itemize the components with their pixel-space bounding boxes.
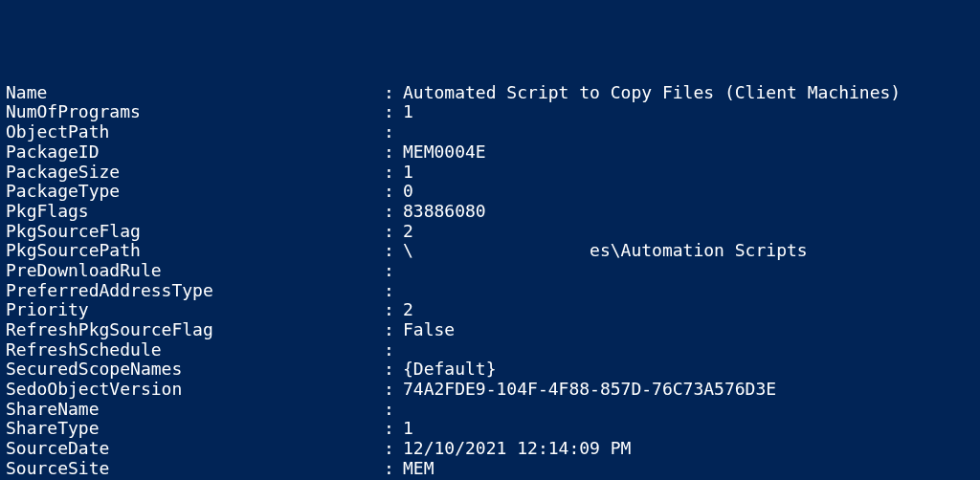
- property-row: SedoObjectVersion:74A2FDE9-104F-4F88-857…: [6, 380, 974, 400]
- property-label: PreferredAddressType: [6, 281, 384, 301]
- property-value: {Default}: [403, 360, 974, 380]
- property-label: PkgSourceFlag: [6, 222, 384, 242]
- property-row: PreferredAddressType:: [6, 281, 974, 301]
- property-row: SecuredScopeNames:{Default}: [6, 360, 974, 380]
- property-label: ObjectPath: [6, 122, 384, 142]
- property-row: PkgFlags:83886080: [6, 202, 974, 222]
- property-value: 0: [403, 182, 974, 202]
- property-label: PackageID: [6, 142, 384, 163]
- property-value: MEM0004E: [403, 142, 974, 163]
- property-row: ShareType:1: [6, 419, 974, 439]
- property-value: [403, 281, 974, 301]
- separator: :: [384, 83, 403, 103]
- property-value: 1: [403, 102, 974, 122]
- property-label: PkgFlags: [6, 202, 384, 222]
- separator: :: [384, 360, 403, 380]
- property-value: 74A2FDE9-104F-4F88-857D-76C73A576D3E: [403, 380, 974, 400]
- property-value: 1: [403, 163, 974, 183]
- separator: :: [384, 419, 403, 439]
- property-label: PreDownloadRule: [6, 261, 384, 281]
- property-row: ShareName:: [6, 400, 974, 420]
- property-value: [403, 400, 974, 420]
- property-value: 2: [403, 222, 974, 242]
- property-label: ShareType: [6, 419, 384, 439]
- property-value: 12/10/2021 12:14:09 PM: [403, 439, 974, 459]
- property-value: False: [403, 320, 974, 340]
- property-row: NumOfPrograms:1: [6, 102, 974, 122]
- property-value: \ es\Automation Scripts: [403, 241, 974, 261]
- separator: :: [384, 400, 403, 420]
- property-value: 83886080: [403, 202, 974, 222]
- property-label: RefreshSchedule: [6, 340, 384, 360]
- separator: :: [384, 163, 403, 183]
- property-label: PkgSourcePath: [6, 241, 384, 261]
- property-row: SourceDate:12/10/2021 12:14:09 PM: [6, 439, 974, 459]
- separator: :: [384, 202, 403, 222]
- property-label: SedoObjectVersion: [6, 380, 384, 400]
- property-value: 2: [403, 300, 974, 320]
- property-row: Name:Automated Script to Copy Files (Cli…: [6, 83, 974, 103]
- separator: :: [384, 439, 403, 459]
- property-label: PackageType: [6, 182, 384, 202]
- separator: :: [384, 459, 403, 479]
- property-value: 1: [403, 419, 974, 439]
- separator: :: [384, 142, 403, 163]
- property-row: PackageType:0: [6, 182, 974, 202]
- property-label: SourceDate: [6, 439, 384, 459]
- separator: :: [384, 340, 403, 360]
- property-row: RefreshSchedule:: [6, 340, 974, 360]
- property-label: SecuredScopeNames: [6, 360, 384, 380]
- property-row: RefreshPkgSourceFlag:False: [6, 320, 974, 340]
- property-label: ShareName: [6, 400, 384, 420]
- property-label: Name: [6, 83, 384, 103]
- property-row: PackageSize:1: [6, 163, 974, 183]
- property-label: NumOfPrograms: [6, 102, 384, 122]
- property-value: Automated Script to Copy Files (Client M…: [403, 83, 974, 103]
- property-value: [403, 340, 974, 360]
- property-row: PkgSourcePath:\ es\Automation Scripts: [6, 241, 974, 261]
- separator: :: [384, 261, 403, 281]
- property-value: [403, 261, 974, 281]
- property-row: SourceSite:MEM: [6, 459, 974, 479]
- powershell-output: Name:Automated Script to Copy Files (Cli…: [6, 83, 974, 480]
- separator: :: [384, 281, 403, 301]
- property-value: MEM: [403, 459, 974, 479]
- separator: :: [384, 222, 403, 242]
- property-value: [403, 122, 974, 142]
- property-row: ObjectPath:: [6, 122, 974, 142]
- separator: :: [384, 300, 403, 320]
- separator: :: [384, 380, 403, 400]
- property-row: PreDownloadRule:: [6, 261, 974, 281]
- property-label: Priority: [6, 300, 384, 320]
- property-row: PkgSourceFlag:2: [6, 222, 974, 242]
- property-row: Priority:2: [6, 300, 974, 320]
- property-label: SourceSite: [6, 459, 384, 479]
- separator: :: [384, 102, 403, 122]
- property-label: RefreshPkgSourceFlag: [6, 320, 384, 340]
- separator: :: [384, 320, 403, 340]
- property-row: PackageID:MEM0004E: [6, 142, 974, 163]
- property-label: PackageSize: [6, 163, 384, 183]
- separator: :: [384, 122, 403, 142]
- separator: :: [384, 241, 403, 261]
- separator: :: [384, 182, 403, 202]
